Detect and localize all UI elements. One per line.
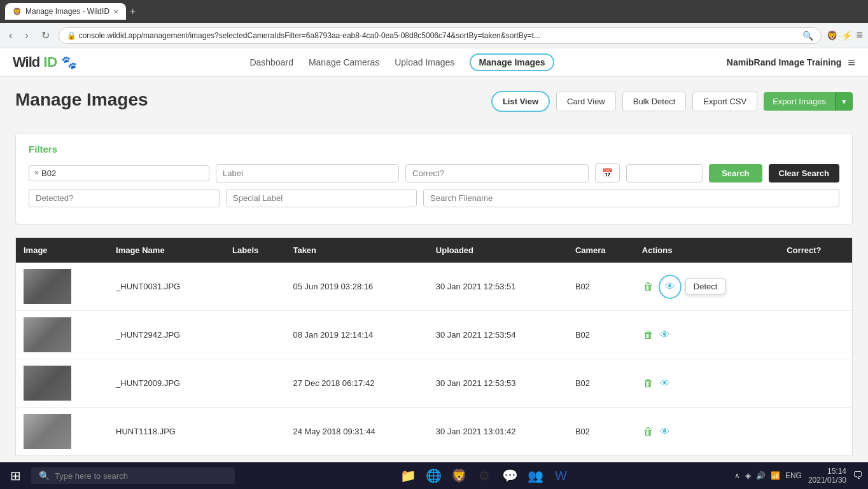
export-images-dropdown[interactable]: ▾: [835, 92, 853, 111]
nav-upload-images[interactable]: Upload Images: [395, 55, 454, 70]
list-view-button[interactable]: List View: [491, 91, 550, 112]
delete-button-2[interactable]: 🗑: [642, 328, 655, 342]
table-row: _HUNT2009.JPG 27 Dec 2018 06:17:42 30 Ja…: [16, 359, 853, 408]
nav-manage-images[interactable]: Manage Images: [470, 53, 554, 71]
date-input[interactable]: [626, 164, 703, 183]
cell-labels-3: [225, 359, 285, 408]
label-filter[interactable]: [216, 164, 399, 183]
detect-tooltip-1[interactable]: Detect: [685, 279, 726, 294]
action-btns-2: 🗑 👁: [642, 328, 772, 342]
action-btns-1: 🗑 👁 Detect: [642, 275, 772, 299]
new-tab-button[interactable]: +: [130, 6, 136, 17]
notification-icon[interactable]: 🗨: [853, 470, 863, 481]
action-btns-3: 🗑 👁: [642, 376, 772, 390]
browser-extensions: 🦁 ⚡ ≡: [827, 29, 863, 42]
back-button[interactable]: ‹: [5, 27, 16, 44]
special-label-filter[interactable]: [226, 189, 417, 207]
cell-actions-1: 🗑 👁 Detect: [634, 263, 780, 311]
export-images-button[interactable]: Export Images: [764, 92, 835, 111]
detected-filter[interactable]: [29, 189, 220, 207]
teams-icon: 👥: [528, 468, 543, 483]
tab-title: Manage Images - WildID: [25, 7, 109, 16]
filter-row-2: [29, 189, 839, 207]
browser-tab[interactable]: 🦁 Manage Images - WildID ✕: [5, 3, 126, 20]
app-header: WildID 🐾 Dashboard Manage Cameras Upload…: [0, 48, 868, 77]
volume-icon[interactable]: 🔊: [756, 471, 766, 480]
col-camera: Camera: [568, 238, 634, 263]
view-button-2[interactable]: 👁: [659, 328, 671, 342]
delete-button-4[interactable]: 🗑: [642, 425, 655, 439]
filter-row-1: × B02 📅 Search Clear Search: [29, 163, 839, 183]
export-images-split: Export Images ▾: [764, 92, 853, 111]
taskbar-app-settings[interactable]: ⚙: [473, 464, 496, 483]
export-csv-button[interactable]: Export CSV: [692, 92, 757, 111]
table-row: _HUNT2942.JPG 08 Jan 2019 12:14:14 30 Ja…: [16, 311, 853, 359]
delete-button-3[interactable]: 🗑: [642, 376, 655, 390]
address-bar[interactable]: 🔒 console.wildid.app/management/images?s…: [59, 27, 822, 44]
network-icon[interactable]: 📶: [771, 471, 780, 480]
browser-nav: ‹ › ↻ 🔒 console.wildid.app/management/im…: [0, 23, 868, 48]
word-icon: W: [555, 469, 567, 483]
cell-camera-3: B02: [568, 359, 634, 408]
brave-taskbar-icon: 🦁: [451, 468, 467, 483]
col-image: Image: [16, 238, 109, 263]
date-picker-button[interactable]: 📅: [595, 163, 620, 183]
camera-tag-value: B02: [41, 169, 56, 178]
col-labels: Labels: [225, 238, 285, 263]
delete-button-1[interactable]: 🗑: [642, 280, 655, 294]
clear-search-button[interactable]: Clear Search: [769, 164, 840, 183]
col-uploaded: Uploaded: [428, 238, 568, 263]
card-view-button[interactable]: Card View: [556, 92, 616, 111]
search-button[interactable]: Search: [709, 164, 762, 183]
taskbar-app-word[interactable]: W: [549, 464, 572, 483]
logo-id: ID: [43, 54, 57, 71]
chevron-up-icon[interactable]: ∧: [734, 471, 740, 480]
hamburger-icon[interactable]: ≡: [848, 55, 855, 70]
table-header: Image Image Name Labels Taken Uploaded C…: [16, 238, 853, 263]
col-actions: Actions: [634, 238, 780, 263]
filename-filter[interactable]: [423, 189, 839, 207]
menu-icon[interactable]: ≡: [856, 29, 863, 42]
taskbar-search-bar[interactable]: 🔍 Type here to search: [31, 467, 235, 483]
cell-camera-1: B02: [568, 263, 634, 311]
app-nav: Dashboard Manage Cameras Upload Images M…: [249, 53, 554, 71]
tab-close-icon[interactable]: ✕: [113, 8, 118, 15]
view-button-3[interactable]: 👁: [659, 376, 671, 390]
cell-correct-1: [779, 263, 852, 311]
taskbar-time[interactable]: 15:14 2021/01/30: [808, 467, 846, 483]
camera-tag-input[interactable]: [59, 169, 204, 178]
taskbar-app-teams[interactable]: 👥: [524, 464, 547, 483]
cell-labels-2: [225, 311, 285, 359]
bulk-detect-button[interactable]: Bulk Detect: [622, 92, 686, 111]
ext-icon: ⚡: [841, 31, 852, 41]
view-button-4[interactable]: 👁: [659, 425, 671, 439]
nav-dashboard[interactable]: Dashboard: [249, 55, 293, 70]
table-body: _HUNT0031.JPG 05 Jun 2019 03:28:16 30 Ja…: [16, 263, 853, 456]
image-thumb-4: [24, 414, 71, 449]
taskbar-app-brave[interactable]: 🦁: [447, 464, 470, 483]
cell-taken-3: 27 Dec 2018 06:17:42: [285, 359, 428, 408]
forward-button[interactable]: ›: [21, 27, 32, 44]
cell-uploaded-1: 30 Jan 2021 12:53:51: [428, 263, 568, 311]
start-button[interactable]: ⊞: [5, 465, 26, 483]
camera-filter-input[interactable]: × B02: [29, 165, 209, 181]
view-button-1[interactable]: 👁: [664, 280, 676, 294]
page-main: WildID 🐾 Dashboard Manage Cameras Upload…: [0, 48, 868, 469]
filters-section: Filters × B02 📅 Search Clear Search: [15, 133, 853, 224]
page-header-row: Manage Images List View Card View Bulk D…: [15, 90, 853, 123]
table-row: _HUNT0031.JPG 05 Jun 2019 03:28:16 30 Ja…: [16, 263, 853, 311]
camera-tag-remove[interactable]: ×: [34, 169, 39, 177]
image-thumb-1: [24, 269, 71, 304]
cell-camera-2: B02: [568, 311, 634, 359]
taskbar-app-explorer[interactable]: 📁: [396, 464, 419, 483]
taskbar-app-skype[interactable]: 💬: [498, 464, 521, 483]
nav-manage-cameras[interactable]: Manage Cameras: [309, 55, 379, 70]
reload-button[interactable]: ↻: [38, 27, 53, 44]
page-content: Manage Images List View Card View Bulk D…: [0, 77, 868, 469]
taskbar-app-chrome[interactable]: 🌐: [422, 464, 445, 483]
app-logo: WildID 🐾: [13, 54, 77, 71]
cell-camera-4: B02: [568, 408, 634, 456]
correct-filter[interactable]: [405, 164, 589, 183]
cell-uploaded-4: 30 Jan 2021 13:01:42: [428, 408, 568, 456]
clock-date: 2021/01/30: [808, 476, 846, 483]
